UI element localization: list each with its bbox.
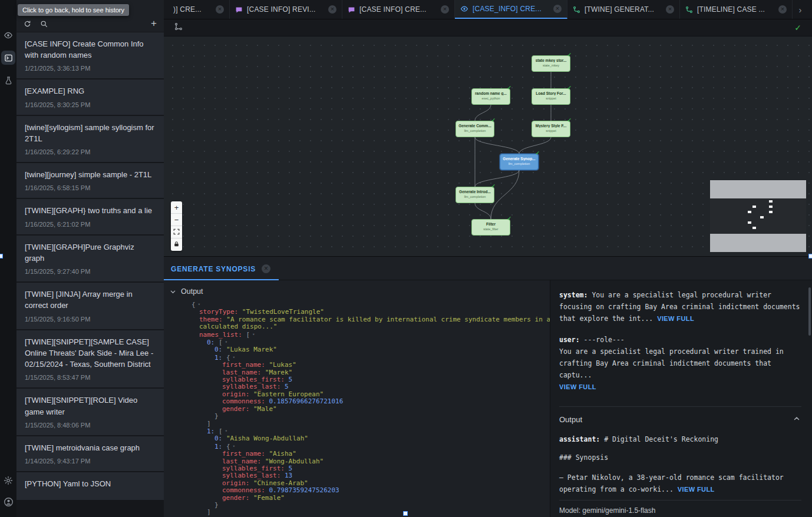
close-icon[interactable]: ×: [441, 5, 449, 14]
json-token: "A romance scam facilitator is killed by…: [199, 316, 550, 330]
list-item[interactable]: [TWINE] metroidvania case graph1/14/2025…: [16, 436, 164, 471]
list-item[interactable]: [TWINE][SNIPPET][ROLE] Video game writer…: [16, 389, 164, 435]
console-tab-generate-synopsis[interactable]: GENERATE SYNOPSIS ×: [164, 264, 279, 280]
console-tab-bar: GENERATE SYNOPSIS ×: [164, 257, 812, 280]
collapse-caret-icon[interactable]: ▾: [223, 340, 227, 344]
json-line: ]: [189, 420, 550, 427]
collapse-caret-icon[interactable]: ▾: [250, 332, 255, 337]
eye-icon: [460, 5, 468, 13]
close-icon[interactable]: ×: [262, 264, 270, 273]
scrollbar[interactable]: [808, 287, 811, 336]
graph-node-gen_intro[interactable]: Generate Introd...llm_completion✓: [455, 187, 494, 203]
close-icon[interactable]: ×: [778, 5, 787, 14]
json-token: first_name:: [222, 361, 269, 369]
layout-icon[interactable]: [174, 22, 183, 33]
graph-node-gen_synopsis[interactable]: Generate Synop...llm_completion✓: [500, 154, 539, 170]
graph-node-filter[interactable]: Filterstate_filter✓: [471, 219, 510, 236]
user-message: user: ---role--- You are a specialist le…: [559, 334, 801, 391]
output-label: Output: [181, 287, 203, 296]
graph-node-random_name[interactable]: random name g...exec_python✓: [471, 88, 510, 105]
tab-3[interactable]: [CASE INFO] CRE...×: [342, 0, 455, 19]
minimap[interactable]: [710, 180, 806, 252]
flask-icon: [4, 76, 13, 85]
add-prompt-button[interactable]: +: [151, 19, 157, 28]
system-message: system: You are a specialist legal proce…: [559, 289, 801, 324]
collapse-caret-icon[interactable]: ▾: [196, 302, 200, 307]
prompt-date: 1/16/2025, 6:29:22 PM: [25, 148, 156, 155]
zoom-controls: + −: [171, 201, 182, 251]
graph-node-mystery_style[interactable]: Mystery Style F...snippet✓: [532, 121, 570, 137]
json-token: "Wong-Abdullah": [265, 458, 324, 465]
search-icon[interactable]: [40, 20, 48, 28]
prompt-title: [TWINE][SNIPPET][ROLE] Video game writer: [25, 395, 156, 417]
chevron-down-icon[interactable]: [170, 289, 176, 295]
tab-5[interactable]: [TWINE] GENERAT...×: [567, 0, 680, 19]
graph-node-load_story[interactable]: Load Story For...snippet✓: [532, 88, 570, 105]
list-item[interactable]: [CASE INFO] Create Common Info with rand…: [16, 32, 164, 78]
list-item[interactable]: [TWINE][GRAPH]Pure Graphviz graph1/15/20…: [16, 236, 164, 281]
json-token: syllables_first:: [222, 376, 289, 383]
close-icon[interactable]: ×: [328, 5, 336, 14]
list-item[interactable]: [EXAMPLE] RNG1/16/2025, 8:30:25 PM: [16, 79, 164, 114]
chevron-right-icon[interactable]: ›: [793, 0, 808, 19]
json-token: names_list:: [199, 331, 246, 339]
tab-label: [CASE INFO] REVI...: [247, 5, 324, 14]
tab-4[interactable]: [CASE_INFO] CRE...×: [455, 0, 567, 19]
rail-item-preview[interactable]: [1, 28, 15, 42]
rail-item-experiments[interactable]: [1, 73, 15, 87]
list-item[interactable]: [TWINE][SNIPPET][SAMPLE CASE] Online Thr…: [16, 330, 164, 388]
node-title: Filter: [472, 222, 510, 226]
json-token: "Aisha": [269, 450, 296, 458]
zoom-out-button[interactable]: −: [171, 214, 182, 226]
json-line: gender: "Male": [189, 406, 550, 413]
collapse-caret-icon[interactable]: ▾: [223, 429, 227, 433]
prompt-title: [TWINE][SNIPPET][SAMPLE CASE] Online Thr…: [25, 336, 156, 370]
resize-handle[interactable]: [403, 511, 408, 516]
minimap-node: [760, 216, 764, 218]
json-token: commonness:: [222, 397, 269, 405]
resize-handle[interactable]: [0, 254, 3, 258]
node-subtitle: state_mkey: [532, 64, 570, 67]
view-full-link[interactable]: VIEW FULL: [657, 315, 694, 322]
model-info: Model: gemini/gemini-1.5-flash Response …: [559, 500, 801, 517]
close-icon[interactable]: ×: [216, 5, 224, 14]
check-icon: ✓: [567, 85, 572, 91]
close-icon[interactable]: ×: [553, 5, 562, 13]
json-token: gender:: [222, 494, 253, 502]
lock-button[interactable]: [171, 238, 182, 251]
list-item[interactable]: [twine][syllogism] sample syllogism for …: [16, 116, 164, 162]
collapse-caret-icon[interactable]: ▾: [230, 355, 235, 360]
view-full-link[interactable]: VIEW FULL: [559, 383, 596, 390]
tab-2[interactable]: [CASE INFO] REVI...×: [230, 0, 342, 19]
json-line: gender: "Female": [189, 495, 550, 502]
prompt-title: [TWINE][GRAPH]Pure Graphviz graph: [25, 241, 156, 264]
resize-handle[interactable]: [808, 254, 812, 258]
zoom-in-button[interactable]: +: [171, 201, 182, 214]
list-item[interactable]: [PYTHON] Yaml to JSON: [16, 472, 164, 500]
graph-canvas[interactable]: state mkey stor...state_mkey✓random name…: [164, 37, 812, 256]
list-item[interactable]: [TWINE] [JINJA] Array merge in correct o…: [16, 283, 164, 329]
rail-item-prompts[interactable]: [1, 51, 15, 65]
graph-node-state_mkey[interactable]: state mkey stor...state_mkey✓: [532, 55, 570, 72]
graph-node-gen_common[interactable]: Generate Comm...llm_completion✓: [455, 121, 494, 137]
view-full-link[interactable]: VIEW FULL: [678, 486, 715, 493]
tab-6[interactable]: [TIMELINE] CASE ...×: [680, 0, 793, 19]
json-token: "Lukas": [269, 361, 296, 369]
node-subtitle: state_filter: [472, 227, 510, 231]
json-token: gender:: [222, 405, 253, 413]
node-subtitle: snippet: [532, 129, 570, 132]
json-line: }: [189, 502, 550, 509]
fit-view-button[interactable]: [171, 226, 182, 238]
refresh-icon[interactable]: [24, 20, 31, 28]
settings-button[interactable]: [1, 473, 15, 488]
close-icon[interactable]: ×: [666, 5, 674, 14]
collapse-caret-icon[interactable]: ▾: [230, 444, 235, 449]
chevron-up-icon[interactable]: [793, 415, 800, 424]
canvas-toolbar: ✓: [164, 19, 812, 37]
json-line: { ▾: [189, 301, 550, 309]
tab-1[interactable]: )] CRE...×: [164, 0, 230, 19]
minimap-viewport: [710, 198, 806, 234]
list-item[interactable]: [TWINE][GRAPH} two truths and a lie1/16/…: [16, 199, 164, 234]
list-item[interactable]: [twine][journey] simple sample - 2T1L1/1…: [16, 163, 164, 198]
account-button[interactable]: [1, 495, 15, 509]
